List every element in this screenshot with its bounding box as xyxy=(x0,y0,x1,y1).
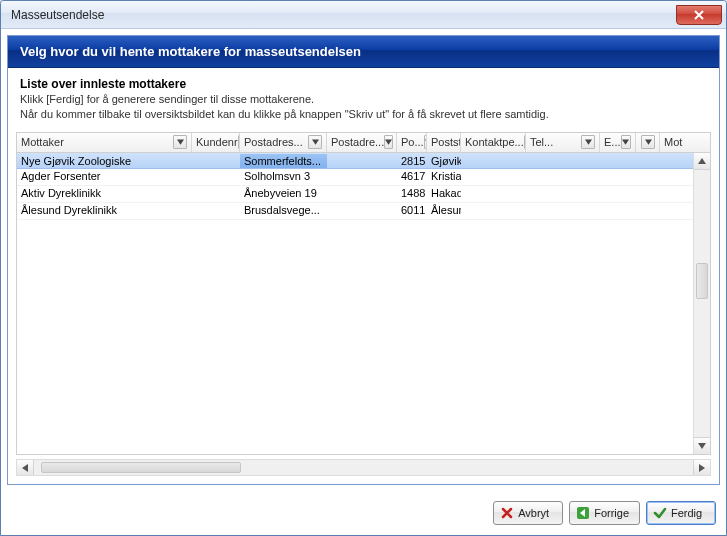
recipients-grid: Mottaker Kundenr Postadres... Postadre..… xyxy=(16,132,711,455)
cell xyxy=(660,186,694,202)
scroll-up-icon[interactable] xyxy=(694,153,710,170)
col-extra[interactable] xyxy=(636,133,660,152)
filter-dropdown-icon[interactable] xyxy=(384,135,393,149)
table-row[interactable]: Agder ForsenterSolholmsvn 34617Kristians… xyxy=(17,169,710,186)
cell: Sommerfeldts... xyxy=(240,154,327,168)
cell xyxy=(192,203,240,219)
cell xyxy=(327,154,397,168)
cell xyxy=(600,186,636,202)
dialog-window: Masseutsendelse Velg hvor du vil hente m… xyxy=(0,0,727,536)
window-title: Masseutsendelse xyxy=(11,8,676,22)
cell xyxy=(327,203,397,219)
cell xyxy=(660,154,694,168)
table-row[interactable]: Aktiv DyreklinikkÅnebyveien 191488Hakada… xyxy=(17,186,710,203)
cell xyxy=(660,203,694,219)
col-mot[interactable]: Mot xyxy=(660,133,694,152)
cell: Agder Forsenter xyxy=(17,169,192,185)
cell xyxy=(327,186,397,202)
close-button[interactable] xyxy=(676,5,722,25)
cell: 6011 xyxy=(397,203,427,219)
filter-dropdown-icon[interactable] xyxy=(173,135,187,149)
cell: Aktiv Dyreklinikk xyxy=(17,186,192,202)
button-bar: Avbryt Forrige Ferdig xyxy=(1,491,726,535)
table-row[interactable]: Ålesund DyreklinikkBrusdalsvege...6011Ål… xyxy=(17,203,710,220)
previous-button[interactable]: Forrige xyxy=(569,501,640,525)
cell xyxy=(526,154,600,168)
cell xyxy=(600,203,636,219)
cell xyxy=(636,169,660,185)
cancel-button[interactable]: Avbryt xyxy=(493,501,563,525)
grid-header: Mottaker Kundenr Postadres... Postadre..… xyxy=(17,133,710,153)
cell xyxy=(461,203,526,219)
cell: Hakadal xyxy=(427,186,461,202)
table-row[interactable]: Nye Gjøvik ZoologiskeSommerfeldts...2815… xyxy=(17,153,710,169)
cell xyxy=(461,169,526,185)
finish-button[interactable]: Ferdig xyxy=(646,501,716,525)
cell xyxy=(461,186,526,202)
cell xyxy=(461,154,526,168)
wizard-subheader: Velg hvor du vil hente mottakere for mas… xyxy=(8,36,719,68)
cell xyxy=(636,186,660,202)
col-postadr2[interactable]: Postadre... xyxy=(327,133,397,152)
col-poststed[interactable]: Postst... xyxy=(427,133,461,152)
filter-dropdown-icon[interactable] xyxy=(621,135,631,149)
cell: Nye Gjøvik Zoologiske xyxy=(17,154,192,168)
filter-dropdown-icon[interactable] xyxy=(308,135,322,149)
cell: Kristiansa... xyxy=(427,169,461,185)
cell xyxy=(526,169,600,185)
cell xyxy=(636,154,660,168)
cell xyxy=(526,186,600,202)
arrow-left-icon xyxy=(576,506,590,520)
grid-body[interactable]: Nye Gjøvik ZoologiskeSommerfeldts...2815… xyxy=(17,153,710,454)
scroll-right-icon[interactable] xyxy=(693,460,710,475)
col-postadr1[interactable]: Postadres... xyxy=(240,133,327,152)
cell: Brusdalsvege... xyxy=(240,203,327,219)
cell: Ålesund Dyreklinikk xyxy=(17,203,192,219)
horizontal-scrollbar[interactable] xyxy=(16,459,711,476)
vertical-scrollbar[interactable] xyxy=(693,153,710,454)
info-block: Liste over innleste mottakere Klikk [Fer… xyxy=(8,68,719,132)
cell: Solholmsvn 3 xyxy=(240,169,327,185)
cell xyxy=(192,186,240,202)
cell xyxy=(636,203,660,219)
cell xyxy=(600,154,636,168)
info-line-2: Når du kommer tilbake til oversiktsbilde… xyxy=(20,107,707,122)
cell: Ålesund xyxy=(427,203,461,219)
col-email[interactable]: E... xyxy=(600,133,636,152)
check-icon xyxy=(653,506,667,520)
scroll-thumb[interactable] xyxy=(41,462,241,473)
cell: Gjøvik xyxy=(427,154,461,168)
cancel-icon xyxy=(500,506,514,520)
col-postnr[interactable]: Po... xyxy=(397,133,427,152)
scroll-left-icon[interactable] xyxy=(17,460,34,475)
filter-dropdown-icon[interactable] xyxy=(581,135,595,149)
scroll-thumb[interactable] xyxy=(696,263,708,299)
info-line-1: Klikk [Ferdig] for å generere sendinger … xyxy=(20,92,707,107)
cell: Ånebyveien 19 xyxy=(240,186,327,202)
filter-dropdown-icon[interactable] xyxy=(641,135,655,149)
titlebar[interactable]: Masseutsendelse xyxy=(1,1,726,29)
col-tel[interactable]: Tel... xyxy=(526,133,600,152)
cell xyxy=(600,169,636,185)
info-title: Liste over innleste mottakere xyxy=(20,76,707,92)
cell xyxy=(192,154,240,168)
cell: 1488 xyxy=(397,186,427,202)
cell: 4617 xyxy=(397,169,427,185)
cell xyxy=(327,169,397,185)
cell xyxy=(526,203,600,219)
cell xyxy=(192,169,240,185)
cell: 2815 xyxy=(397,154,427,168)
body-frame: Velg hvor du vil hente mottakere for mas… xyxy=(7,35,720,485)
col-kontakt[interactable]: Kontaktpe... xyxy=(461,133,526,152)
col-kundenr[interactable]: Kundenr xyxy=(192,133,240,152)
cell xyxy=(660,169,694,185)
col-mottaker[interactable]: Mottaker xyxy=(17,133,192,152)
scroll-down-icon[interactable] xyxy=(694,437,710,454)
close-icon xyxy=(694,10,704,20)
